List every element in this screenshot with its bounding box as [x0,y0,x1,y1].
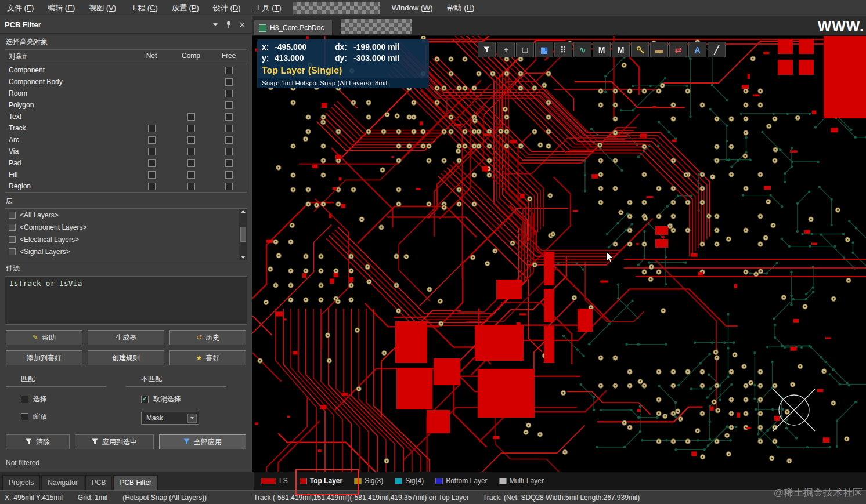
mask-dropdown[interactable]: Mask [141,412,199,425]
key-icon[interactable] [631,42,649,57]
apply-to-selected-button[interactable]: 应用到选中 [75,434,154,449]
menu-help[interactable]: 帮助 (H) [440,3,482,13]
document-tab[interactable]: H3_Core.PcbDoc [254,20,333,35]
dot-grid-icon[interactable]: ⠿ [554,42,572,57]
zoom-checkbox-row: 缩放 [21,412,126,422]
layer-tab-label: Sig(3) [365,477,383,485]
status-segment: Grid: 1mil [78,494,107,502]
checkbox-region-free[interactable] [225,183,233,190]
layers-scrollbar[interactable] [239,209,247,260]
checkbox-track-comp[interactable] [187,125,195,132]
object-row-region: Region [5,180,247,192]
text-icon[interactable]: A [688,42,706,57]
panel-tab-projects[interactable]: Projects [2,475,40,490]
menu-edit[interactable]: 编辑 (E) [41,3,82,13]
scroll-down-icon[interactable] [241,256,246,259]
checkbox-arc-net[interactable] [148,136,156,144]
object-cell-net [132,159,171,167]
checkbox-region-comp[interactable] [187,183,195,190]
layer-item-electrical-layers[interactable]: <Electrical Layers> [5,233,247,245]
menu-place[interactable]: 放置 (P) [165,3,206,13]
checkbox-text-free[interactable] [225,113,233,121]
line-icon[interactable]: ╱ [708,42,726,57]
help-button[interactable]: ✎帮助 [6,330,82,345]
create-rule-button[interactable]: 创建规则 [88,350,164,365]
checkbox-pad-comp[interactable] [187,159,195,167]
layer-tab-multi-layer[interactable]: Multi-Layer [499,477,544,485]
checkbox-region-net[interactable] [148,183,156,190]
favorites-button[interactable]: ★喜好 [169,350,246,365]
layer-stack-icon[interactable]: ▬ [650,42,668,57]
checkbox-arc-free[interactable] [225,136,233,144]
object-row-room: Room [5,88,247,99]
panel-tab-pcb[interactable]: PCB [85,475,113,490]
selection-box-icon[interactable]: □ [516,42,534,57]
checkbox-fill-free[interactable] [225,171,233,179]
layer-item-all-layers[interactable]: <All Layers> [5,209,247,221]
pin-icon[interactable] [223,20,234,30]
chevron-down-icon[interactable] [210,20,221,30]
no-match-options: 取消选择 [126,394,246,404]
checkbox-via-free[interactable] [225,148,233,155]
panel-tab-pcb-filter[interactable]: PCB Filter [113,475,158,490]
layer-tab-ls[interactable]: LS [261,477,288,485]
object-label: Pad [5,159,132,167]
status-segment: X:-495mil Y:415mil [5,494,63,502]
select-checkbox[interactable] [21,396,28,403]
layer-tab-sig-3[interactable]: Sig(3) [354,477,383,485]
add-to-favorites-button[interactable]: 添加到喜好 [6,350,82,365]
pcb-canvas[interactable] [252,36,866,472]
layer-item-component-layers[interactable]: <Component Layers> [5,221,247,233]
layer-tab-top-layer[interactable]: Top Layer [300,477,342,485]
checkbox-arc-comp[interactable] [187,136,195,144]
checkbox-via-comp[interactable] [187,148,195,155]
clear-button[interactable]: 清除 [6,434,70,449]
checkbox-room-free[interactable] [225,90,233,97]
scroll-thumb[interactable] [240,227,246,242]
hud-snap-info: Snap: 1mil Hotspot Snap (All Layers): 8m… [257,78,429,88]
menu-view[interactable]: 视图 (V) [82,3,123,13]
col-header-net: Net [146,52,157,61]
layer-item-signal-layers[interactable]: <Signal Layers> [5,245,247,258]
checkbox-fill-net[interactable] [148,171,156,179]
close-icon[interactable] [237,20,247,30]
checkbox-pad-net[interactable] [148,159,156,167]
history-button[interactable]: ↺历史 [169,330,246,345]
checkbox-component-body-free[interactable] [225,78,233,86]
crosshair-icon[interactable]: + [497,42,515,57]
dimension-m2-icon[interactable]: M [612,42,630,57]
panel-tab-navigator[interactable]: Navigator [41,475,84,490]
bar-chart-icon[interactable]: ▦ [535,42,553,57]
swap-arrows-icon[interactable]: ⇄ [669,42,687,57]
document-tab-label: H3_Core.PcbDoc [270,24,324,32]
scroll-up-icon[interactable] [241,210,246,213]
layer-tab-bottom-layer[interactable]: Bottom Layer [435,477,487,485]
object-cell-comp [171,148,211,155]
layer-tab-label: Top Layer [310,477,342,485]
menu-window[interactable]: Window (W) [385,3,440,12]
menu-design[interactable]: 设计 (D) [206,3,248,13]
checkbox-text-comp[interactable] [187,113,195,121]
filter-expression-input[interactable]: IsTrack or IsVia [5,276,247,325]
filter-icon[interactable] [478,42,496,57]
dropdown-arrow-icon[interactable] [187,414,197,423]
dimension-m1-icon[interactable]: M [593,42,611,57]
checkbox-polygon-free[interactable] [225,101,233,109]
checkbox-via-net[interactable] [148,148,156,155]
layer-tab-sig-4[interactable]: Sig(4) [395,477,424,485]
menu-tools[interactable]: 工具 (T) [248,3,288,13]
checkbox-component-free[interactable] [225,67,233,74]
checkbox-pad-free[interactable] [225,159,233,167]
checkbox-fill-comp[interactable] [187,171,195,179]
menu-project[interactable]: 工程 (C) [123,3,165,13]
generator-button[interactable]: 生成器 [88,330,164,345]
apply-all-button[interactable]: 全部应用 [159,434,246,449]
deselect-checkbox[interactable] [141,396,149,403]
zoom-checkbox[interactable] [21,413,28,420]
checkbox-track-free[interactable] [225,125,233,132]
menu-file[interactable]: 文件 (F) [0,3,41,13]
object-cell-free [211,159,247,167]
object-cell-free [211,101,247,109]
checkbox-track-net[interactable] [148,125,156,132]
route-icon[interactable]: ∿ [573,42,591,57]
